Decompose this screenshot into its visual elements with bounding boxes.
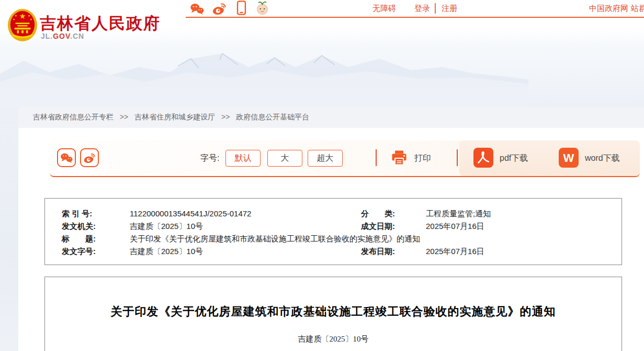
banner-mountains-art [0,45,528,107]
document-number: 吉建质〔2025〕10号 [45,334,622,344]
wechat-share-icon [60,152,73,163]
article-toolbar: 字号: 默认 大 超大 打印 pdf下载 word下载 [50,140,640,177]
meta-label-agency: 发文机关: [62,220,130,233]
weibo-share-icon [83,152,96,163]
meta-value-doc-number: 吉建质〔2025〕10号 [130,245,361,258]
mobile-icon[interactable] [236,1,246,15]
meta-label-category: 分 类: [361,207,426,220]
wechat-share-button[interactable] [57,148,76,167]
meta-label-title: 标 题: [62,233,130,245]
site-domain: JL.GOV.CN [41,32,84,40]
meta-label-index: 索 引 号: [62,207,130,220]
meta-value-category: 工程质量监管;通知 [426,207,622,220]
weibo-icon[interactable] [212,2,227,15]
breadcrumb-separator: >> [221,113,230,121]
meta-row-index: 索 引 号: 11220000013544541J/2025-01472 分 类… [45,207,622,220]
login-register-divider [435,3,436,14]
weibo-share-button[interactable] [80,148,99,167]
meta-label-doc-number: 发文字号: [62,245,130,258]
font-size-xlarge-button[interactable]: 超大 [308,150,343,167]
mascot-icon[interactable] [255,1,269,15]
print-button[interactable]: 打印 [414,140,431,176]
meta-value-publish-date: 2025年07月16日 [426,245,622,258]
word-download-button[interactable]: word下载 [585,140,620,176]
meta-value-agency: 吉建质〔2025〕10号 [130,220,361,233]
site-group-link[interactable]: 站群 [631,4,644,14]
accessibility-link[interactable]: 无障碍 [372,4,396,14]
wechat-icon[interactable] [190,3,204,15]
meta-label-publish-date: 发布日期: [361,245,426,258]
breadcrumb: 吉林省政府信息公开专栏 >> 吉林省住房和城乡建设厅 >> 政府信息公开基础平台 [18,106,644,128]
national-emblem-icon [7,8,38,42]
font-size-label: 字号: [200,140,219,176]
site-logo[interactable]: 吉林省人民政府 JL.GOV.CN [7,7,164,44]
login-link[interactable]: 登录 [414,4,430,14]
meta-value-issue-date: 2025年07月16日 [426,220,622,233]
breadcrumb-item-department[interactable]: 吉林省住房和城乡建设厅 [134,113,215,121]
font-size-default-button[interactable]: 默认 [225,150,261,167]
document-metadata-table: 索 引 号: 11220000013544541J/2025-01472 分 类… [44,198,622,265]
meta-row-title: 标 题: 关于印发《关于优化房屋建筑和市政基础设施工程竣工联合验收的实施意见》的… [45,233,622,245]
header-divider-line [186,17,644,18]
pdf-download-button[interactable]: pdf下载 [500,140,528,176]
breadcrumb-item-platform[interactable]: 政府信息公开基础平台 [236,113,309,121]
meta-value-title: 关于印发《关于优化房屋建筑和市政基础设施工程竣工联合验收的实施意见》的通知 [130,233,622,245]
meta-value-index: 11220000013544541J/2025-01472 [130,207,361,220]
pdf-icon[interactable] [473,148,493,168]
register-link[interactable]: 注册 [442,4,457,14]
font-size-large-button[interactable]: 大 [267,150,302,167]
toolbar-divider [457,149,458,166]
toolbar-divider [376,149,377,166]
breadcrumb-item-info-portal[interactable]: 吉林省政府信息公开专栏 [33,113,114,121]
site-title: 吉林省人民政府 [40,13,161,35]
printer-icon[interactable] [391,149,408,166]
document-title: 关于印发《关于优化房屋建筑和市政基础设施工程竣工联合验收的实施意见》的通知 [69,303,597,320]
meta-row-agency: 发文机关: 吉建质〔2025〕10号 成文日期: 2025年07月16日 [45,220,622,233]
meta-label-issue-date: 成文日期: [361,220,426,233]
china-gov-link[interactable]: 中国政府网 [589,4,628,14]
word-icon[interactable] [559,148,579,168]
site-header: 吉林省人民政府 JL.GOV.CN 无障碍 登录 注册 中国政府网 站群 [0,0,644,46]
breadcrumb-separator: >> [120,113,128,121]
main-content-panel: 吉林省政府信息公开专栏 >> 吉林省住房和城乡建设厅 >> 政府信息公开基础平台… [18,106,644,351]
meta-row-doc-number: 发文字号: 吉建质〔2025〕10号 发布日期: 2025年07月16日 [45,245,622,258]
document-body: 关于印发《关于优化房屋建筑和市政基础设施工程竣工联合验收的实施意见》的通知 吉建… [44,277,622,351]
